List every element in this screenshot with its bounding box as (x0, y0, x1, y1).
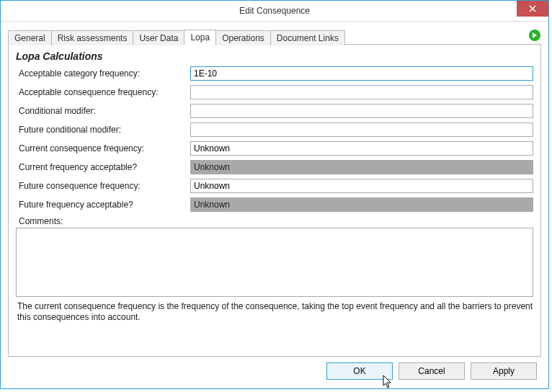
help-text: The current consequence frequency is the… (16, 301, 533, 323)
row-current-consequence-frequency: Current consequence frequency: (16, 141, 533, 156)
input-future-conditional-modifier[interactable] (190, 122, 533, 137)
tab-bar: General Risk assessments User Data Lopa … (8, 27, 541, 45)
input-acceptable-consequence-frequency[interactable] (190, 85, 533, 99)
input-future-frequency-acceptable (190, 197, 533, 212)
tab-label: Operations (222, 33, 264, 43)
close-icon (529, 4, 536, 14)
tabbar-spacer (344, 27, 541, 45)
input-current-frequency-acceptable (190, 160, 533, 174)
label-acceptable-category-frequency: Acceptable category frequency: (16, 68, 190, 79)
cancel-button[interactable]: Cancel (399, 362, 465, 380)
ok-button[interactable]: OK (326, 362, 393, 380)
tab-lopa[interactable]: Lopa (184, 30, 216, 45)
dialog-window: Edit Consequence General Risk assessment… (0, 0, 549, 389)
client-area: General Risk assessments User Data Lopa … (1, 22, 548, 388)
input-future-consequence-frequency (190, 179, 533, 193)
titlebar: Edit Consequence (1, 1, 548, 22)
tab-document-links[interactable]: Document Links (270, 30, 345, 45)
window-title: Edit Consequence (239, 6, 310, 16)
row-future-consequence-frequency: Future consequence frequency: (16, 179, 533, 193)
tab-label: Document Links (277, 33, 339, 43)
button-row: OK Cancel Apply (8, 357, 541, 383)
textarea-comments[interactable] (16, 228, 533, 297)
tab-user-data[interactable]: User Data (133, 30, 184, 45)
label-future-conditional-modifier: Future conditional modifer: (16, 125, 190, 135)
label-acceptable-consequence-frequency: Acceptable consequence frequency: (16, 87, 190, 97)
close-button[interactable] (517, 1, 548, 17)
row-acceptable-consequence-frequency: Acceptable consequence frequency: (16, 85, 533, 99)
label-conditional-modifier: Conditional modifer: (16, 106, 190, 116)
tab-label: Risk assessments (58, 33, 128, 43)
label-comments: Comments: (16, 216, 533, 226)
label-current-frequency-acceptable: Current frequency acceptable? (16, 162, 190, 172)
tab-general[interactable]: General (8, 30, 52, 45)
tab-operations[interactable]: Operations (215, 30, 271, 45)
label-future-frequency-acceptable: Future frequency acceptable? (16, 200, 190, 210)
section-title: Lopa Calculations (16, 50, 533, 62)
input-acceptable-category-frequency[interactable] (190, 66, 533, 81)
input-conditional-modifier[interactable] (190, 104, 533, 118)
row-conditional-modifier: Conditional modifer: (16, 104, 533, 118)
row-current-frequency-acceptable: Current frequency acceptable? (16, 160, 533, 174)
row-future-frequency-acceptable: Future frequency acceptable? (16, 197, 533, 212)
label-current-consequence-frequency: Current consequence frequency: (16, 143, 190, 153)
tab-label: Lopa (190, 32, 210, 43)
tab-panel-lopa: Lopa Calculations Acceptable category fr… (8, 45, 541, 357)
row-future-conditional-modifier: Future conditional modifer: (16, 122, 533, 137)
label-future-consequence-frequency: Future consequence frequency: (16, 181, 190, 191)
tab-label: User Data (139, 33, 178, 43)
next-arrow-icon[interactable] (528, 29, 541, 42)
row-acceptable-category-frequency: Acceptable category frequency: (16, 66, 533, 81)
tab-label: General (14, 33, 45, 43)
apply-button[interactable]: Apply (471, 362, 537, 380)
tab-risk-assessments[interactable]: Risk assessments (51, 30, 134, 45)
input-current-consequence-frequency (190, 141, 533, 156)
